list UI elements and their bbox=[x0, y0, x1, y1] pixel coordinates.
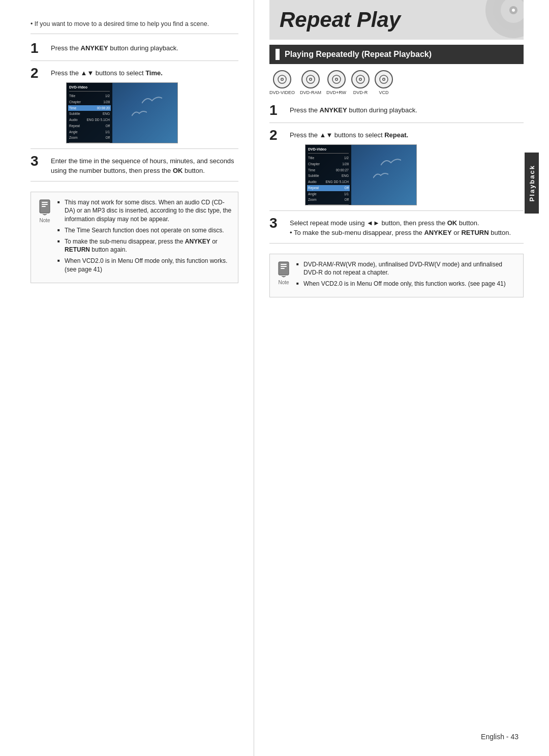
right-step-1-bold: ANYKEY bbox=[320, 106, 347, 114]
dvd-screenshot-2: DVD-Video Title1/2 Chapter1/28 Time00:00… bbox=[305, 144, 417, 205]
dvd-video-icon bbox=[277, 74, 287, 84]
compat-dvd-ram: DVD-RAM bbox=[300, 70, 321, 95]
left-note-content: This may not work for some discs. When a… bbox=[57, 198, 232, 277]
left-note-item-2: The Time Search function does not operat… bbox=[57, 226, 232, 235]
svg-point-14 bbox=[310, 79, 312, 80]
right-step-3-anykey: ANYKEY bbox=[424, 229, 451, 236]
right-step-3-return: RETURN bbox=[461, 229, 489, 236]
compat-dvd-r-circle bbox=[351, 70, 370, 88]
right-step-1-text: Press the ANYKEY button during playback. bbox=[290, 103, 524, 115]
dvd-menu-footer-2: ▲▼ MOVE ↔ CHANGE bbox=[308, 204, 349, 205]
bird-icon-4 bbox=[373, 170, 388, 180]
right-note-list: DVD-RAM/-RW(VR mode), unfinalised DVD-RW… bbox=[296, 260, 517, 288]
section-heading: Playing Repeatedly (Repeat Playback) bbox=[269, 45, 524, 64]
dvd-r-icon bbox=[355, 74, 365, 84]
bird-icon-2 bbox=[132, 108, 147, 118]
right-step-2-text: Press the ▲▼ buttons to select Repeat. D… bbox=[290, 128, 524, 205]
note-icon-right bbox=[276, 260, 291, 279]
page-title: Repeat Play bbox=[280, 8, 513, 32]
compat-vcd: VCD bbox=[375, 70, 393, 95]
compat-dvd-rw-label: DVD+RW bbox=[326, 90, 346, 95]
left-step-3-ok: OK bbox=[173, 167, 183, 174]
left-note-box: Note This may not work for some discs. W… bbox=[30, 192, 238, 283]
compat-vcd-circle bbox=[375, 70, 393, 88]
note-icon-left bbox=[37, 198, 52, 217]
left-note-list: This may not work for some discs. When a… bbox=[57, 198, 232, 274]
compat-dvd-ram-label: DVD-RAM bbox=[300, 90, 321, 95]
pencil-icon-2 bbox=[277, 261, 291, 278]
left-note-icon-wrapper: Note bbox=[37, 198, 52, 223]
compat-icons: DVD-VIDEO DVD-RAM bbox=[269, 70, 524, 95]
dvd-screenshot-1: DVD-Video Title1/2 Chapter1/28 Time00:08… bbox=[66, 82, 178, 143]
repeat-play-header: Repeat Play bbox=[269, 0, 524, 40]
pencil-icon bbox=[38, 199, 52, 216]
dvd-row-audio-1: AudioENG DD 5.1CH bbox=[69, 117, 110, 123]
dvd-row-title-1: Title1/2 bbox=[69, 93, 110, 99]
dvd-ram-icon bbox=[306, 74, 316, 84]
dvd-row-chapter-2: Chapter1/28 bbox=[308, 161, 349, 167]
compat-vcd-label: VCD bbox=[379, 90, 389, 95]
right-step-3-text: Select repeat mode using ◄► button, then… bbox=[290, 216, 524, 238]
left-note-item-3: To make the sub-menu disappear, press th… bbox=[57, 237, 232, 255]
dvd-row-chapter-1: Chapter1/28 bbox=[69, 99, 110, 105]
left-step-1-text: Press the ANYKEY button during playback. bbox=[51, 41, 238, 53]
bird-icon-3 bbox=[381, 155, 401, 170]
dvd-row-audio-2: AudioENG DD 5.1CH bbox=[308, 179, 349, 185]
dvd-row-repeat-2: RepeatOff bbox=[307, 185, 350, 191]
right-step-2-number: 2 bbox=[269, 128, 285, 142]
dvd-row-repeat-1: RepeatOff bbox=[69, 123, 110, 129]
dvd-row-zoom-1: ZoomOff bbox=[69, 135, 110, 141]
compat-dvd-r-label: DVD-R bbox=[353, 90, 368, 95]
dvd-menu-title-1: DVD-Video bbox=[69, 85, 110, 92]
page-container: • If you want to move to a desired time … bbox=[0, 0, 549, 756]
right-step-3-number: 3 bbox=[269, 216, 285, 230]
dvd-row-subtitle-2: SubtitleENG bbox=[308, 173, 349, 179]
dvd-row-angle-1: Angle1/1 bbox=[69, 129, 110, 135]
left-intro: • If you want to move to a desired time … bbox=[30, 20, 238, 34]
dvd-row-title-2: Title1/2 bbox=[308, 155, 349, 161]
right-step-1: 1 Press the ANYKEY button during playbac… bbox=[269, 103, 524, 123]
right-step-2-bold: Repeat. bbox=[384, 131, 408, 139]
right-note-icon-wrapper: Note bbox=[276, 260, 291, 285]
svg-rect-3 bbox=[42, 206, 46, 207]
left-step-3-number: 3 bbox=[30, 154, 46, 168]
right-note-box: Note DVD-RAM/-RW(VR mode), unfinalised D… bbox=[269, 254, 524, 297]
note-label-left: Note bbox=[39, 218, 50, 223]
left-step-2-text: Press the ▲▼ buttons to select Time. DVD… bbox=[51, 66, 238, 143]
svg-point-17 bbox=[336, 79, 337, 80]
compat-dvd-video-label: DVD-VIDEO bbox=[269, 90, 295, 95]
right-step-3: 3 Select repeat mode using ◄► button, th… bbox=[269, 216, 524, 244]
dvd-row-time-1: Time00:08:20 bbox=[68, 105, 111, 111]
right-column: Repeat Play Playing Repeatedly (Repeat P… bbox=[254, 0, 539, 756]
dvd-row-time-2: Time00:00:27 bbox=[308, 167, 349, 173]
left-step-3-text: Enter the time in the sequence of hours,… bbox=[51, 154, 238, 176]
right-step-2: 2 Press the ▲▼ buttons to select Repeat.… bbox=[269, 128, 524, 211]
left-step-2-number: 2 bbox=[30, 66, 46, 80]
right-note-content: DVD-RAM/-RW(VR mode), unfinalised DVD-RW… bbox=[296, 260, 517, 291]
svg-point-23 bbox=[383, 79, 385, 80]
left-column: • If you want to move to a desired time … bbox=[0, 0, 254, 756]
left-step-1-bold: ANYKEY bbox=[81, 44, 108, 52]
dvd-menu-2: DVD-Video Title1/2 Chapter1/28 Time00:00… bbox=[306, 145, 351, 205]
svg-rect-2 bbox=[42, 204, 48, 205]
dvd-menu-1: DVD-Video Title1/2 Chapter1/28 Time00:08… bbox=[67, 83, 112, 143]
dvd-menu-title-2: DVD-Video bbox=[308, 147, 349, 154]
left-step-2: 2 Press the ▲▼ buttons to select Time. D… bbox=[30, 66, 238, 149]
svg-rect-27 bbox=[281, 268, 285, 269]
right-step-3-subbullet: • To make the sub-menu disappear, press … bbox=[290, 229, 511, 236]
left-step-1-number: 1 bbox=[30, 41, 46, 55]
right-note-item-2: When VCD2.0 is in Menu Off mode only, th… bbox=[296, 280, 517, 288]
right-step-1-number: 1 bbox=[269, 103, 285, 117]
bird-icon-1 bbox=[142, 93, 162, 108]
left-step-1-after: button during playback. bbox=[108, 44, 178, 52]
left-step-3: 3 Enter the time in the sequence of hour… bbox=[30, 154, 238, 182]
playback-tab-label: Playback bbox=[528, 165, 536, 201]
left-note-item-4: When VCD2.0 is in Menu Off mode only, th… bbox=[57, 257, 232, 274]
right-note-item-1: DVD-RAM/-RW(VR mode), unfinalised DVD-RW… bbox=[296, 260, 517, 278]
section-title: Playing Repeatedly (Repeat Playback) bbox=[285, 50, 432, 59]
note-label-right: Note bbox=[278, 280, 289, 285]
playback-tab: Playback bbox=[525, 153, 539, 214]
dvd-row-zoom-2: ZoomOff bbox=[308, 197, 349, 203]
left-note-item-1: This may not work for some discs. When a… bbox=[57, 198, 232, 224]
dvd-menu-footer-1: ▲▼ MOVE ⓔ NUMBER bbox=[69, 142, 110, 143]
